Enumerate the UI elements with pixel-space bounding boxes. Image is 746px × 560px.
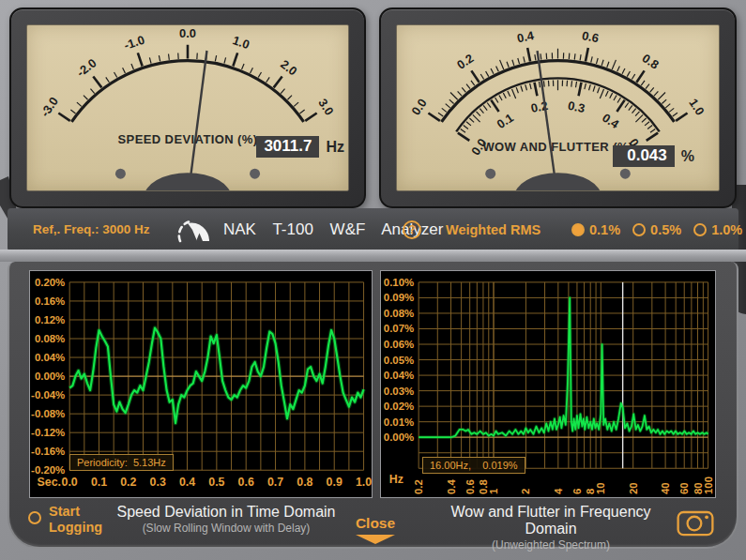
svg-text:0.7: 0.7 [267, 476, 283, 489]
radio-0.5-icon[interactable] [632, 223, 646, 236]
wow-flutter-meter-face: 0.00.20.40.60.81.00.00.10.20.30.40.5 WOW… [396, 24, 720, 191]
start-logging-label: Start Logging [49, 504, 102, 536]
svg-text:0.04%: 0.04% [384, 370, 414, 381]
svg-text:0.8: 0.8 [297, 476, 312, 489]
cursor-readout: 16.00Hz, 0.019% [422, 457, 525, 474]
svg-text:3.0: 3.0 [315, 96, 337, 117]
svg-text:0.2: 0.2 [120, 476, 136, 489]
svg-text:10: 10 [595, 482, 606, 494]
close-chevron-icon [356, 535, 395, 544]
svg-text:0.12%: 0.12% [35, 314, 65, 325]
control-bar: Ref,. Freq.: 3000 Hz NAK T-100 W&F Analy… [8, 208, 738, 251]
svg-text:0.2: 0.2 [413, 479, 424, 494]
svg-text:0.1: 0.1 [91, 476, 107, 489]
periodicity-readout: Periodicity: 5.13Hz [69, 454, 174, 471]
svg-text:0.0: 0.0 [179, 26, 196, 40]
svg-text:0.4: 0.4 [179, 476, 195, 489]
svg-text:0.3: 0.3 [150, 476, 166, 489]
svg-text:-0.16%: -0.16% [31, 446, 65, 457]
frequency-readout-value: 3011.7 [256, 136, 319, 158]
svg-text:0.00%: 0.00% [35, 371, 65, 382]
speed-deviation-meter: -3.0-2.0-1.00.01.02.03.0 SPEED DEVIATION… [9, 8, 366, 208]
radio-1.0-icon[interactable] [693, 223, 707, 236]
meter-screw [620, 169, 631, 179]
svg-text:1.0: 1.0 [686, 96, 708, 117]
svg-text:2: 2 [520, 489, 531, 494]
range-selector: 0.1% 0.5% 1.0% [571, 208, 742, 251]
reference-frequency-label: Ref,. Freq.: 3000 Hz [33, 208, 150, 251]
frequency-domain-caption: Wow and Flutter in Frequency Domain (Unw… [426, 504, 676, 552]
wow-flutter-readout: 0.043 % [613, 145, 694, 167]
svg-text:Hz: Hz [389, 473, 403, 486]
brand-model: T-100 [272, 220, 312, 238]
svg-text:-3.0: -3.0 [38, 95, 61, 120]
svg-text:0.6: 0.6 [238, 476, 254, 489]
start-logging-button[interactable]: Start Logging [28, 504, 102, 536]
svg-text:0.4: 0.4 [446, 479, 457, 494]
screenshot-camera-button[interactable] [676, 506, 715, 537]
meter-logo-icon [175, 214, 214, 246]
meter-screw [485, 169, 495, 179]
svg-text:0.08%: 0.08% [384, 308, 414, 319]
svg-text:-0.12%: -0.12% [31, 427, 65, 438]
svg-text:0.00%: 0.00% [384, 431, 414, 443]
range-label-0.1: 0.1% [589, 222, 620, 237]
brand-wf: W&F [330, 220, 366, 238]
start-logging-line2: Logging [49, 520, 102, 535]
svg-text:-0.04%: -0.04% [31, 389, 65, 401]
range-option-1.0[interactable]: 1.0% [693, 222, 742, 237]
radio-0.1-icon[interactable] [571, 223, 585, 236]
svg-text:1: 1 [488, 488, 499, 494]
range-option-0.5[interactable]: 0.5% [632, 222, 681, 237]
svg-text:0.0: 0.0 [62, 476, 78, 489]
svg-text:-2.0: -2.0 [74, 56, 99, 80]
meter-screw [250, 169, 260, 179]
svg-text:0.06%: 0.06% [384, 339, 414, 350]
svg-text:1.0: 1.0 [356, 476, 372, 489]
frequency-readout-unit: Hz [326, 139, 344, 156]
wow-flutter-readout-unit: % [681, 148, 694, 165]
svg-text:40: 40 [660, 482, 671, 494]
svg-text:0.02%: 0.02% [384, 401, 414, 412]
time-domain-title: Speed Deviation in Time Domain [103, 504, 349, 521]
close-button[interactable]: Close [345, 515, 405, 544]
brand-nak: NAK [223, 220, 256, 238]
svg-text:0.16%: 0.16% [35, 295, 65, 307]
svg-text:2.0: 2.0 [278, 57, 299, 79]
range-option-0.1[interactable]: 0.1% [571, 222, 620, 237]
wow-flutter-analyzer-app: -3.0-2.0-1.00.01.02.03.0 SPEED DEVIATION… [0, 0, 746, 560]
svg-text:0.08%: 0.08% [35, 333, 65, 344]
scope-panel: 0.20%0.16%0.12%0.08%0.04%0.00%-0.04%-0.0… [8, 262, 738, 549]
svg-text:60: 60 [678, 482, 690, 494]
spectrum-trace [419, 297, 708, 437]
svg-text:0.03%: 0.03% [384, 386, 414, 397]
svg-text:0.01%: 0.01% [384, 416, 414, 428]
svg-text:6: 6 [571, 489, 583, 494]
svg-text:0.04%: 0.04% [35, 352, 65, 363]
svg-text:100: 100 [703, 477, 714, 494]
help-icon[interactable]: ? [403, 220, 421, 239]
time-domain-caption: Speed Deviation in Time Domain (Slow Rol… [103, 504, 349, 535]
needle-pivot-cover [144, 173, 231, 190]
frequency-readout: 3011.7 Hz [256, 136, 344, 158]
svg-text:0.2: 0.2 [454, 51, 476, 71]
speed-deviation-meter-face: -3.0-2.0-1.00.01.02.03.0 SPEED DEVIATION… [26, 24, 349, 191]
logging-radio-icon[interactable] [28, 511, 41, 524]
svg-text:-1.0: -1.0 [122, 33, 146, 53]
svg-text:0.10%: 0.10% [384, 277, 414, 288]
svg-text:0.0: 0.0 [408, 96, 430, 117]
wow-flutter-readout-value: 0.043 [613, 145, 675, 167]
meter-screw [115, 169, 126, 179]
speed-deviation-meter-scale: -3.0-2.0-1.00.01.02.03.0 [27, 25, 348, 190]
svg-text:0.1: 0.1 [495, 111, 516, 131]
range-label-1.0: 1.0% [711, 222, 742, 237]
panel-divider-ridge [0, 250, 746, 262]
svg-text:-0.08%: -0.08% [31, 408, 65, 419]
svg-text:-0.20%: -0.20% [31, 464, 65, 476]
frequency-domain-chart: 0.10%0.09%0.08%0.07%0.06%0.05%0.04%0.03%… [380, 270, 716, 498]
svg-text:0.20%: 0.20% [35, 277, 65, 288]
svg-text:4: 4 [553, 488, 564, 494]
time-domain-chart: 0.20%0.16%0.12%0.08%0.04%0.00%-0.04%-0.0… [29, 270, 373, 498]
svg-text:20: 20 [628, 482, 639, 494]
svg-text:0.6: 0.6 [581, 28, 601, 45]
